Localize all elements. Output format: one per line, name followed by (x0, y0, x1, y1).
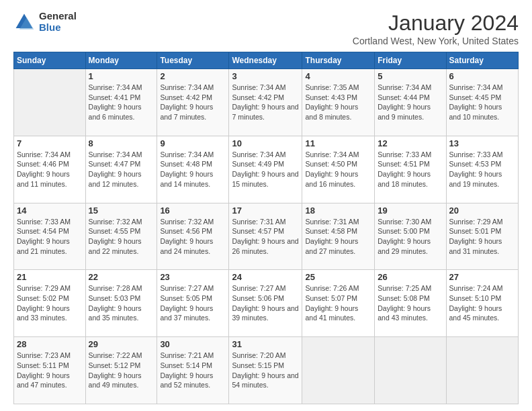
sunrise-text: Sunrise: 7:27 AM (160, 283, 226, 293)
sunset-text: Sunset: 4:56 PM (160, 226, 226, 236)
week-row-1: 1Sunrise: 7:34 AMSunset: 4:41 PMDaylight… (14, 69, 519, 136)
sunset-text: Sunset: 4:45 PM (449, 93, 515, 103)
sunset-text: Sunset: 4:44 PM (378, 93, 443, 103)
day-info: Sunrise: 7:32 AMSunset: 4:55 PMDaylight:… (89, 217, 154, 257)
sunrise-text: Sunrise: 7:32 AM (160, 217, 226, 227)
sunset-text: Sunset: 5:07 PM (305, 293, 371, 304)
daylight-text: Daylight: 9 hours and 33 minutes. (17, 304, 83, 323)
sunset-text: Sunset: 5:14 PM (160, 361, 226, 371)
daylight-text: Daylight: 9 hours and 15 minutes. (232, 169, 299, 189)
sunset-text: Sunset: 5:02 PM (17, 293, 83, 304)
logo-text: General Blue (39, 11, 77, 33)
day-header-monday: Monday (85, 52, 157, 69)
sunset-text: Sunset: 4:55 PM (89, 226, 154, 236)
day-number: 25 (305, 272, 371, 282)
day-cell: 11Sunrise: 7:34 AMSunset: 4:50 PMDayligh… (302, 136, 375, 203)
day-number: 5 (378, 71, 443, 81)
daylight-text: Daylight: 9 hours and 10 minutes. (449, 102, 515, 122)
day-cell (446, 337, 518, 404)
main-title: January 2024 (353, 11, 519, 36)
day-number: 12 (378, 138, 443, 148)
sunrise-text: Sunrise: 7:34 AM (449, 83, 515, 93)
sunrise-text: Sunrise: 7:34 AM (89, 83, 154, 93)
sunrise-text: Sunrise: 7:30 AM (378, 217, 443, 227)
day-cell: 24Sunrise: 7:27 AMSunset: 5:06 PMDayligh… (229, 270, 302, 337)
day-cell: 2Sunrise: 7:34 AMSunset: 4:42 PMDaylight… (157, 69, 229, 136)
daylight-text: Daylight: 9 hours and 47 minutes. (17, 371, 83, 390)
day-info: Sunrise: 7:27 AMSunset: 5:06 PMDaylight:… (232, 283, 299, 323)
day-info: Sunrise: 7:34 AMSunset: 4:42 PMDaylight:… (232, 83, 299, 122)
week-row-5: 28Sunrise: 7:23 AMSunset: 5:11 PMDayligh… (14, 337, 519, 404)
daylight-text: Daylight: 9 hours and 16 minutes. (305, 169, 371, 189)
day-number: 11 (305, 138, 371, 148)
day-cell: 26Sunrise: 7:25 AMSunset: 5:08 PMDayligh… (375, 270, 446, 337)
logo: General Blue (13, 11, 77, 33)
header: General Blue January 2024 Cortland West,… (13, 11, 519, 46)
daylight-text: Daylight: 9 hours and 12 minutes. (89, 169, 154, 189)
sunset-text: Sunset: 4:53 PM (449, 159, 515, 169)
daylight-text: Daylight: 9 hours and 31 minutes. (449, 236, 515, 256)
day-info: Sunrise: 7:20 AMSunset: 5:15 PMDaylight:… (232, 351, 299, 390)
daylight-text: Daylight: 9 hours and 29 minutes. (378, 236, 443, 256)
day-number: 19 (378, 205, 443, 216)
day-number: 24 (232, 272, 299, 282)
day-info: Sunrise: 7:33 AMSunset: 4:53 PMDaylight:… (449, 150, 515, 189)
sunset-text: Sunset: 4:57 PM (232, 226, 299, 236)
day-cell: 27Sunrise: 7:24 AMSunset: 5:10 PMDayligh… (446, 270, 518, 337)
daylight-text: Daylight: 9 hours and 26 minutes. (232, 236, 299, 256)
sunset-text: Sunset: 5:01 PM (449, 226, 515, 236)
sunrise-text: Sunrise: 7:23 AM (17, 351, 83, 361)
day-number: 27 (449, 272, 515, 282)
day-cell: 20Sunrise: 7:29 AMSunset: 5:01 PMDayligh… (446, 203, 518, 270)
sunrise-text: Sunrise: 7:28 AM (89, 283, 154, 293)
sunrise-text: Sunrise: 7:35 AM (305, 83, 371, 93)
day-number: 9 (160, 138, 226, 148)
day-cell: 25Sunrise: 7:26 AMSunset: 5:07 PMDayligh… (302, 270, 375, 337)
day-number: 20 (449, 205, 515, 216)
day-info: Sunrise: 7:34 AMSunset: 4:50 PMDaylight:… (305, 150, 371, 189)
sunset-text: Sunset: 4:58 PM (305, 226, 371, 236)
day-number: 22 (89, 272, 154, 282)
day-info: Sunrise: 7:33 AMSunset: 4:54 PMDaylight:… (17, 217, 83, 257)
week-row-3: 14Sunrise: 7:33 AMSunset: 4:54 PMDayligh… (14, 203, 519, 270)
day-info: Sunrise: 7:25 AMSunset: 5:08 PMDaylight:… (378, 283, 443, 323)
day-info: Sunrise: 7:22 AMSunset: 5:12 PMDaylight:… (89, 351, 154, 390)
day-info: Sunrise: 7:21 AMSunset: 5:14 PMDaylight:… (160, 351, 226, 390)
day-cell: 28Sunrise: 7:23 AMSunset: 5:11 PMDayligh… (14, 337, 86, 404)
day-cell: 1Sunrise: 7:34 AMSunset: 4:41 PMDaylight… (85, 69, 157, 136)
day-header-thursday: Thursday (302, 52, 375, 69)
logo-blue: Blue (39, 22, 77, 34)
day-cell: 13Sunrise: 7:33 AMSunset: 4:53 PMDayligh… (446, 136, 518, 203)
day-number: 18 (305, 205, 371, 216)
sunrise-text: Sunrise: 7:22 AM (89, 351, 154, 361)
sunrise-text: Sunrise: 7:29 AM (17, 283, 83, 293)
sunrise-text: Sunrise: 7:31 AM (305, 217, 371, 227)
daylight-text: Daylight: 9 hours and 41 minutes. (305, 304, 371, 323)
day-info: Sunrise: 7:32 AMSunset: 4:56 PMDaylight:… (160, 217, 226, 257)
day-cell: 10Sunrise: 7:34 AMSunset: 4:49 PMDayligh… (229, 136, 302, 203)
day-cell: 29Sunrise: 7:22 AMSunset: 5:12 PMDayligh… (85, 337, 157, 404)
sunrise-text: Sunrise: 7:34 AM (305, 150, 371, 160)
sunrise-text: Sunrise: 7:24 AM (449, 283, 515, 293)
sunrise-text: Sunrise: 7:34 AM (17, 150, 83, 160)
day-cell: 6Sunrise: 7:34 AMSunset: 4:45 PMDaylight… (446, 69, 518, 136)
day-info: Sunrise: 7:34 AMSunset: 4:46 PMDaylight:… (17, 150, 83, 189)
daylight-text: Daylight: 9 hours and 27 minutes. (305, 236, 371, 256)
daylight-text: Daylight: 9 hours and 52 minutes. (160, 371, 226, 390)
day-cell: 9Sunrise: 7:34 AMSunset: 4:48 PMDaylight… (157, 136, 229, 203)
day-number: 21 (17, 272, 83, 282)
sunset-text: Sunset: 5:10 PM (449, 293, 515, 304)
day-number: 2 (160, 71, 226, 81)
day-cell: 14Sunrise: 7:33 AMSunset: 4:54 PMDayligh… (14, 203, 86, 270)
sunset-text: Sunset: 4:46 PM (17, 159, 83, 169)
sunset-text: Sunset: 5:12 PM (89, 361, 154, 371)
sunrise-text: Sunrise: 7:34 AM (232, 150, 299, 160)
day-number: 31 (232, 339, 299, 349)
sunrise-text: Sunrise: 7:34 AM (89, 150, 154, 160)
daylight-text: Daylight: 9 hours and 37 minutes. (160, 304, 226, 323)
daylight-text: Daylight: 9 hours and 22 minutes. (89, 236, 154, 256)
day-number: 4 (305, 71, 371, 81)
day-info: Sunrise: 7:34 AMSunset: 4:48 PMDaylight:… (160, 150, 226, 189)
day-cell: 4Sunrise: 7:35 AMSunset: 4:43 PMDaylight… (302, 69, 375, 136)
daylight-text: Daylight: 9 hours and 7 minutes. (232, 102, 299, 122)
